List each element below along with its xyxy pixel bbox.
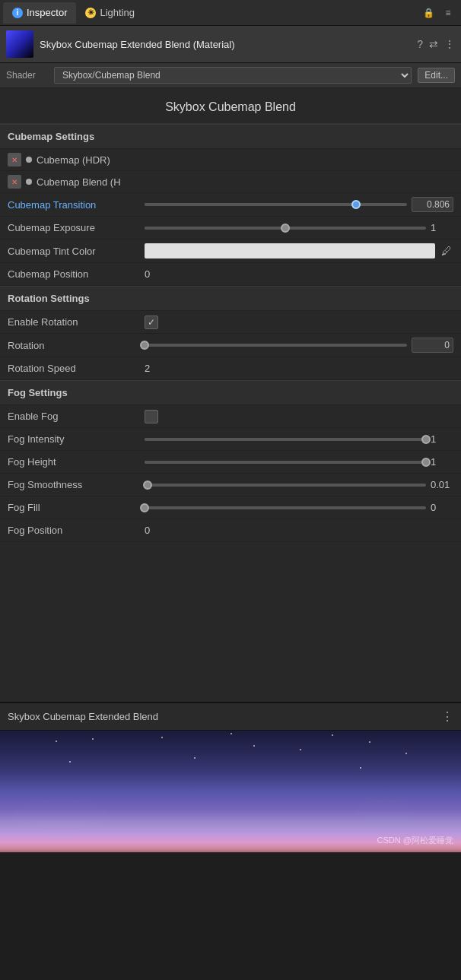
cubemap-tint-swatch[interactable] xyxy=(145,243,435,258)
tab-inspector[interactable]: i Inspector xyxy=(3,2,76,24)
enable-fog-checkbox[interactable] xyxy=(145,410,158,423)
tab-lighting-label: Lighting xyxy=(100,7,135,18)
preview-watermark: CSDN @阿松爱睡觉 xyxy=(377,835,453,846)
fog-smoothness-slider[interactable] xyxy=(145,480,426,490)
preview-stars xyxy=(0,731,461,852)
preview-cloud xyxy=(354,799,415,822)
fog-intensity-track xyxy=(145,438,426,441)
fog-height-value: 1 xyxy=(145,456,453,468)
settings-button[interactable]: ≡ xyxy=(441,6,455,20)
fog-position-value: 0 xyxy=(145,525,453,536)
rotation-thumb[interactable] xyxy=(140,341,149,350)
shader-label: Shader xyxy=(6,70,48,81)
more-button[interactable]: ⋮ xyxy=(444,38,455,50)
fog-fill-label: Fog Fill xyxy=(8,502,145,513)
tab-lighting[interactable]: ☀ Lighting xyxy=(76,2,144,24)
rotation-slider[interactable] xyxy=(145,340,407,350)
rotation-speed-label: Rotation Speed xyxy=(8,363,145,374)
cubemap-cross-icon-2 xyxy=(8,175,21,189)
rotation-label: Rotation xyxy=(8,340,145,351)
cubemap-tint-row: Cubemap Tint Color 🖊 xyxy=(0,239,461,263)
rotation-settings-header: Rotation Settings xyxy=(0,286,461,311)
cubemap-transition-label: Cubemap Transition xyxy=(8,199,145,211)
empty-area xyxy=(0,550,461,702)
fog-smoothness-track xyxy=(145,484,426,487)
star xyxy=(253,745,255,747)
star xyxy=(161,737,163,738)
rotation-input[interactable] xyxy=(412,338,453,353)
preview-cloud xyxy=(15,799,107,829)
cubemap-exposure-row: Cubemap Exposure 1 xyxy=(0,217,461,239)
fog-smoothness-value: 0.01 xyxy=(145,479,453,490)
enable-fog-value xyxy=(145,410,453,423)
fog-fill-val: 0 xyxy=(431,502,453,513)
star xyxy=(332,734,333,736)
fog-fill-thumb[interactable] xyxy=(140,503,149,512)
fog-intensity-thumb[interactable] xyxy=(421,435,431,444)
cubemap-settings-header: Cubemap Settings xyxy=(0,124,461,149)
cubemap-transition-row: Cubemap Transition xyxy=(0,193,461,217)
fog-fill-slider[interactable] xyxy=(145,503,426,513)
cubemap-hdr-label: Cubemap (HDR) xyxy=(37,154,110,166)
fog-height-slider[interactable] xyxy=(145,457,426,468)
cubemap-transition-value xyxy=(145,197,453,212)
tab-inspector-label: Inspector xyxy=(27,7,67,18)
cubemap-tint-label: Cubemap Tint Color xyxy=(8,246,145,257)
fog-height-thumb[interactable] xyxy=(421,458,431,467)
star xyxy=(405,753,407,754)
fog-fill-track xyxy=(145,506,426,509)
cubemap-transition-slider[interactable] xyxy=(145,199,407,210)
inspector-icon: i xyxy=(12,8,23,18)
fog-intensity-value: 1 xyxy=(145,433,453,445)
rotation-speed-row: Rotation Speed 2 xyxy=(0,357,461,380)
bottom-header: Skybox Cubemap Extended Blend ⋮ xyxy=(0,703,461,731)
cubemap-blend-label: Cubemap Blend (H xyxy=(37,176,121,188)
cubemap-exposure-track xyxy=(145,227,426,230)
enable-rotation-value xyxy=(145,316,453,329)
cubemap-transition-input[interactable] xyxy=(412,197,453,212)
cubemap-dot-1 xyxy=(26,157,32,163)
rotation-value xyxy=(145,338,453,353)
fog-intensity-slider[interactable] xyxy=(145,434,426,445)
cubemap-exposure-label: Cubemap Exposure xyxy=(8,222,145,233)
rotation-speed-val: 2 xyxy=(145,363,167,374)
enable-rotation-checkbox[interactable] xyxy=(145,316,158,329)
fog-height-track xyxy=(145,461,426,464)
fog-position-label: Fog Position xyxy=(8,525,145,536)
cubemap-tint-value: 🖊 xyxy=(145,243,453,258)
transfer-button[interactable]: ⇄ xyxy=(429,38,438,50)
shader-select[interactable]: Skybox/Cubemap Blend xyxy=(54,67,412,84)
fog-smoothness-thumb[interactable] xyxy=(143,480,152,490)
tab-actions: 🔒 ≡ xyxy=(421,6,458,20)
cubemap-transition-fill xyxy=(145,203,356,206)
cubemap-cross-icon-1 xyxy=(8,153,21,167)
enable-fog-label: Enable Fog xyxy=(8,411,145,422)
fog-fill-value: 0 xyxy=(145,502,453,513)
header-info: Skybox Cubemap Extended Blend (Material) xyxy=(40,39,411,50)
cubemap-transition-track xyxy=(145,203,407,206)
cubemap-position-row: Cubemap Position 0 xyxy=(0,263,461,286)
tab-bar: i Inspector ☀ Lighting 🔒 ≡ xyxy=(0,0,461,26)
cubemap-dot-2 xyxy=(26,179,32,185)
cubemap-position-val: 0 xyxy=(145,268,167,280)
cubemap-exposure-slider[interactable] xyxy=(145,223,426,233)
star xyxy=(360,767,361,769)
help-button[interactable]: ? xyxy=(417,38,423,50)
material-title-header: Skybox Cubemap Extended Blend (Material) xyxy=(40,39,411,50)
bottom-menu-button[interactable]: ⋮ xyxy=(441,709,453,724)
star xyxy=(69,761,71,763)
preview-area: CSDN @阿松爱睡觉 xyxy=(0,731,461,852)
star xyxy=(230,733,232,734)
cubemap-transition-thumb[interactable] xyxy=(351,200,361,209)
lock-button[interactable]: 🔒 xyxy=(421,6,435,20)
edit-shader-button[interactable]: Edit... xyxy=(418,68,455,83)
cubemap-exposure-val: 1 xyxy=(431,222,453,233)
fog-height-fill xyxy=(145,461,426,464)
fog-settings-header: Fog Settings xyxy=(0,380,461,405)
rotation-speed-value: 2 xyxy=(145,363,453,374)
eyedropper-icon[interactable]: 🖊 xyxy=(440,245,453,257)
material-name-title: Skybox Cubemap Blend xyxy=(0,88,461,124)
fog-intensity-row: Fog Intensity 1 xyxy=(0,428,461,451)
enable-fog-row: Enable Fog xyxy=(0,405,461,428)
cubemap-exposure-thumb[interactable] xyxy=(281,224,290,233)
